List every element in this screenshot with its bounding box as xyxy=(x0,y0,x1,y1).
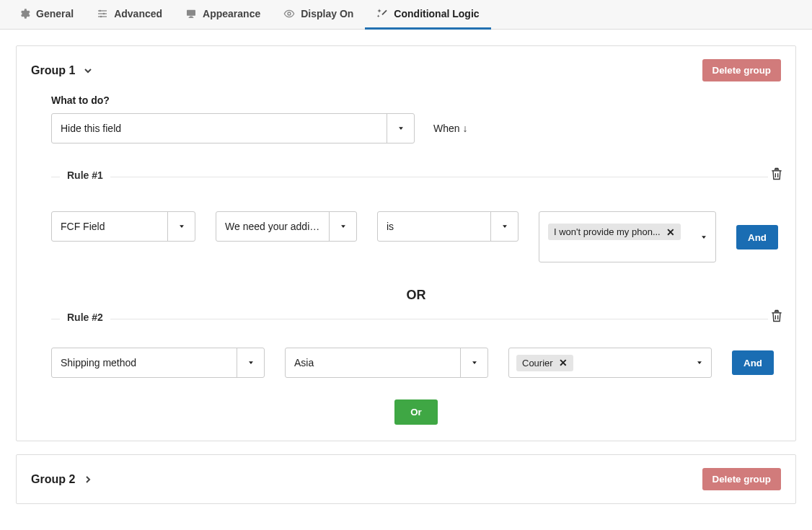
rule-title: Rule #2 xyxy=(60,312,110,323)
rule-2: Rule #2 Shipping method Asia xyxy=(51,312,781,378)
when-text: When xyxy=(433,123,460,134)
tag-label: Courier xyxy=(522,358,553,368)
and-wrap: And xyxy=(736,211,778,263)
caret-down-icon xyxy=(329,212,356,241)
tab-label: Appearance xyxy=(203,8,260,19)
source-type-select[interactable]: Shipping method xyxy=(51,348,265,378)
group-title: Group 2 xyxy=(31,473,75,486)
gear-icon xyxy=(19,8,30,19)
selected-value-tag: Courier ✕ xyxy=(516,355,573,371)
select-value: Hide this field xyxy=(52,123,387,134)
eye-icon xyxy=(283,8,295,19)
svg-rect-1 xyxy=(98,10,107,11)
caret-down-icon xyxy=(490,212,518,241)
tab-label: Conditional Logic xyxy=(394,8,479,19)
rule-row: Shipping method Asia Courier ✕ xyxy=(51,348,781,378)
delete-group-button[interactable]: Delete group xyxy=(702,468,781,490)
svg-marker-10 xyxy=(399,127,403,130)
tab-conditional-logic[interactable]: Conditional Logic xyxy=(365,0,490,29)
value-multiselect[interactable]: Courier ✕ xyxy=(508,348,712,378)
svg-rect-3 xyxy=(98,13,107,14)
group-header: Group 1 Delete group xyxy=(31,59,781,81)
svg-rect-5 xyxy=(98,16,107,17)
group-toggle[interactable]: Group 1 xyxy=(31,64,94,77)
or-button-row: Or xyxy=(51,399,781,425)
arrow-down-icon: ↓ xyxy=(463,123,468,134)
delete-group-button[interactable]: Delete group xyxy=(702,59,781,81)
tab-general[interactable]: General xyxy=(7,0,85,29)
remove-tag-button[interactable]: ✕ xyxy=(559,358,568,368)
what-to-do-select[interactable]: Hide this field xyxy=(51,113,415,143)
tab-advanced[interactable]: Advanced xyxy=(85,0,174,29)
and-button[interactable]: And xyxy=(732,350,774,375)
svg-marker-13 xyxy=(503,225,507,228)
svg-marker-12 xyxy=(341,225,345,228)
when-label: When ↓ xyxy=(433,123,468,134)
what-to-do-label: What to do? xyxy=(51,94,781,106)
svg-marker-11 xyxy=(180,225,184,228)
rule-1: Rule #1 FCF Field We need your addition.… xyxy=(51,169,781,263)
caret-down-icon xyxy=(688,348,711,377)
remove-tag-button[interactable]: ✕ xyxy=(666,227,675,237)
delete-rule-button[interactable] xyxy=(768,166,785,184)
or-button[interactable]: Or xyxy=(394,399,438,425)
delete-rule-button[interactable] xyxy=(768,308,785,326)
rule-divider xyxy=(51,319,781,319)
tab-label: General xyxy=(36,8,74,19)
what-to-do-row: Hide this field When ↓ xyxy=(51,113,781,143)
tab-label: Display On xyxy=(301,8,353,19)
group-toggle[interactable]: Group 2 xyxy=(31,473,94,486)
svg-marker-17 xyxy=(697,361,702,364)
svg-marker-14 xyxy=(702,236,706,239)
wand-icon xyxy=(376,8,388,19)
caret-down-icon xyxy=(460,348,487,377)
settings-tabbar: General Advanced Appearance Display On C… xyxy=(0,0,812,30)
group-2: Group 2 Delete group xyxy=(16,454,796,504)
select-value: Shipping method xyxy=(52,357,237,368)
content-area: Group 1 Delete group What to do? Hide th… xyxy=(0,30,812,530)
group-title: Group 1 xyxy=(31,64,75,77)
monitor-icon xyxy=(185,8,197,19)
selected-value-tag: I won't provide my phon... ✕ xyxy=(548,224,681,240)
tab-appearance[interactable]: Appearance xyxy=(174,0,272,29)
or-separator: OR xyxy=(51,288,781,303)
value-multiselect[interactable]: I won't provide my phon... ✕ xyxy=(539,211,716,262)
caret-down-icon xyxy=(167,212,195,241)
caret-down-icon xyxy=(692,212,715,262)
caret-down-icon xyxy=(387,114,414,143)
group-header: Group 2 Delete group xyxy=(31,468,781,490)
caret-down-icon xyxy=(237,348,264,377)
chevron-down-icon xyxy=(82,65,94,76)
field-select[interactable]: Asia xyxy=(285,348,488,378)
select-value: FCF Field xyxy=(52,221,167,232)
group-body: What to do? Hide this field When ↓ Rule … xyxy=(31,94,781,425)
tag-label: I won't provide my phon... xyxy=(554,226,661,237)
field-select[interactable]: We need your addition... xyxy=(216,211,357,242)
svg-point-9 xyxy=(288,12,291,15)
sliders-icon xyxy=(97,8,108,19)
rule-row: FCF Field We need your addition... is I … xyxy=(51,211,781,263)
select-value: Asia xyxy=(286,357,460,368)
svg-marker-16 xyxy=(472,361,477,364)
source-type-select[interactable]: FCF Field xyxy=(51,211,195,242)
select-value: We need your addition... xyxy=(216,221,329,232)
select-value: is xyxy=(378,221,490,232)
svg-marker-15 xyxy=(249,361,253,364)
svg-rect-8 xyxy=(189,17,194,18)
tab-label: Advanced xyxy=(114,8,162,19)
svg-rect-6 xyxy=(187,10,195,16)
chevron-right-icon xyxy=(82,474,94,485)
tab-display-on[interactable]: Display On xyxy=(272,0,365,29)
svg-rect-7 xyxy=(190,16,193,17)
rule-title: Rule #1 xyxy=(60,169,110,181)
group-1: Group 1 Delete group What to do? Hide th… xyxy=(16,45,796,441)
rule-divider xyxy=(51,177,781,177)
operator-select[interactable]: is xyxy=(377,211,518,242)
and-button[interactable]: And xyxy=(736,225,778,249)
